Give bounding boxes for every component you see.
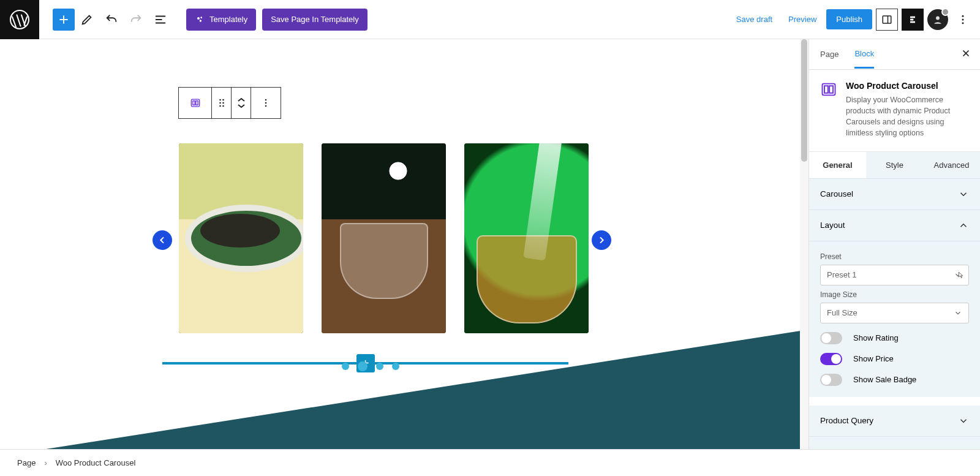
svg-point-16 xyxy=(219,99,221,101)
chevron-down-icon xyxy=(958,415,969,426)
block-description: Display your WooCommerce products with d… xyxy=(846,94,969,139)
show-rating-toggle[interactable] xyxy=(820,332,842,344)
settings-panel-toggle[interactable] xyxy=(876,9,898,31)
save-draft-button[interactable]: Save draft xyxy=(730,10,778,29)
cursor-icon xyxy=(956,271,964,280)
show-sale-badge-label: Show Sale Badge xyxy=(853,375,916,384)
svg-rect-6 xyxy=(910,18,913,20)
svg-point-20 xyxy=(219,105,221,107)
panel-carousel[interactable]: Carousel xyxy=(809,179,980,210)
panel-carousel-label: Carousel xyxy=(820,189,853,198)
svg-point-1 xyxy=(197,17,200,20)
svg-rect-14 xyxy=(192,101,194,105)
chevron-up-icon[interactable] xyxy=(237,97,246,103)
svg-rect-27 xyxy=(829,86,833,93)
svg-point-11 xyxy=(962,18,964,20)
edit-icon[interactable] xyxy=(75,7,99,32)
image-size-value: Full Size xyxy=(827,308,858,317)
breadcrumb-separator: › xyxy=(44,458,47,467)
block-type-icon[interactable] xyxy=(179,88,212,118)
canvas-scrollbar[interactable] xyxy=(800,39,809,449)
preset-select[interactable]: Preset 1 xyxy=(820,265,969,285)
drag-handle-icon[interactable] xyxy=(212,88,232,118)
templately-label: Templately xyxy=(209,15,247,24)
chevron-down-icon xyxy=(958,189,969,200)
close-sidebar-icon[interactable] xyxy=(960,48,971,61)
carousel-item[interactable] xyxy=(179,143,303,333)
templately-button[interactable]: Templately xyxy=(186,9,256,31)
chevron-up-icon xyxy=(958,220,969,231)
svg-point-17 xyxy=(222,99,224,101)
block-icon xyxy=(820,81,837,98)
carousel-item[interactable] xyxy=(464,143,589,333)
image-size-select[interactable]: Full Size xyxy=(820,303,969,323)
panel-product-query-label: Product Query xyxy=(820,416,873,425)
document-outline-icon[interactable] xyxy=(148,7,173,32)
svg-point-22 xyxy=(265,99,267,101)
tab-page[interactable]: Page xyxy=(820,41,839,67)
carousel-prev-button[interactable] xyxy=(153,230,172,250)
svg-point-3 xyxy=(200,20,202,21)
chevron-down-icon xyxy=(954,309,962,317)
panel-button[interactable]: Button xyxy=(809,437,980,450)
svg-rect-4 xyxy=(883,16,891,23)
show-rating-label: Show Rating xyxy=(853,333,899,342)
image-size-label: Image Size xyxy=(820,290,969,299)
subtab-general[interactable]: General xyxy=(809,152,866,178)
save-in-templately-label: Save Page In Templately xyxy=(271,15,359,24)
wordpress-logo[interactable] xyxy=(0,0,39,39)
svg-point-18 xyxy=(219,102,221,104)
add-block-button[interactable] xyxy=(53,9,75,31)
carousel-next-button[interactable] xyxy=(592,230,611,250)
show-price-toggle[interactable] xyxy=(820,353,842,365)
carousel-preview xyxy=(179,143,589,333)
subtab-style[interactable]: Style xyxy=(866,152,923,178)
svg-point-19 xyxy=(222,102,224,104)
preset-value: Preset 1 xyxy=(827,270,856,279)
panel-product-query[interactable]: Product Query xyxy=(809,406,980,437)
svg-rect-26 xyxy=(824,86,828,93)
save-in-templately-button[interactable]: Save Page In Templately xyxy=(262,9,368,31)
svg-point-21 xyxy=(222,105,224,107)
page-background-shape xyxy=(46,330,809,449)
publish-button[interactable]: Publish xyxy=(826,9,872,29)
editor-canvas[interactable]: + xyxy=(0,39,809,449)
svg-point-9 xyxy=(936,16,940,20)
show-price-label: Show Price xyxy=(853,354,894,363)
undo-icon[interactable] xyxy=(99,7,124,32)
block-toolbar xyxy=(178,87,281,119)
essential-addons-icon[interactable] xyxy=(902,9,924,31)
svg-rect-7 xyxy=(910,21,915,23)
tab-block[interactable]: Block xyxy=(854,40,874,69)
panel-layout[interactable]: Layout xyxy=(809,210,980,241)
settings-sidebar: Page Block Woo Product Carousel Display … xyxy=(809,39,980,449)
subtab-advanced[interactable]: Advanced xyxy=(923,152,980,178)
svg-point-23 xyxy=(265,102,267,104)
svg-point-10 xyxy=(962,15,964,17)
carousel-item[interactable] xyxy=(322,143,446,333)
breadcrumb: Page › Woo Product Carousel xyxy=(0,449,980,476)
svg-point-24 xyxy=(265,105,267,107)
panel-layout-label: Layout xyxy=(820,221,845,230)
svg-rect-15 xyxy=(195,101,197,105)
preset-label: Preset xyxy=(820,252,969,261)
show-sale-badge-toggle[interactable] xyxy=(820,374,842,386)
panel-layout-body: Preset Preset 1 Image Size Full Size Sho… xyxy=(809,241,980,397)
move-arrows[interactable] xyxy=(232,88,251,118)
svg-point-12 xyxy=(962,22,964,24)
svg-rect-5 xyxy=(910,16,915,18)
redo-icon xyxy=(124,7,148,32)
block-title: Woo Product Carousel xyxy=(846,81,969,91)
preview-button[interactable]: Preview xyxy=(782,10,823,29)
svg-point-2 xyxy=(200,17,202,18)
more-options-button[interactable] xyxy=(952,9,974,31)
breadcrumb-block[interactable]: Woo Product Carousel xyxy=(56,458,136,467)
breadcrumb-page[interactable]: Page xyxy=(17,458,36,467)
user-avatar[interactable] xyxy=(927,9,948,30)
chevron-down-icon[interactable] xyxy=(237,103,246,109)
block-more-options[interactable] xyxy=(251,88,281,118)
